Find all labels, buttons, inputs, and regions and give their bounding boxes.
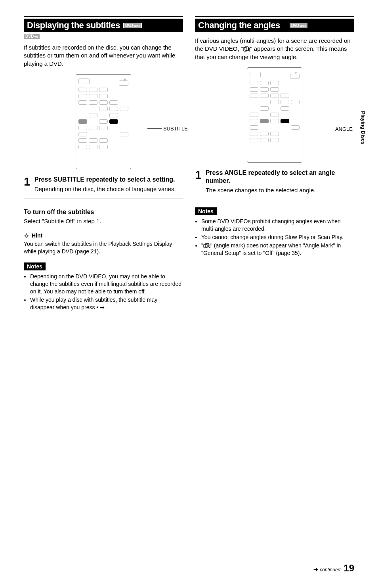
step-number: 1 [24, 176, 31, 188]
angle-callout: ANGLE [319, 126, 353, 132]
svg-line-2 [25, 234, 25, 235]
remote-diagram-subtitle: | / ⏻ SUBTITLE [24, 74, 183, 169]
second-tag-row: DVDVR [24, 34, 183, 39]
notes-badge-right: Notes [195, 207, 217, 215]
svg-rect-6 [26, 237, 27, 238]
note-item: You cannot change angles during Slow Pla… [201, 234, 354, 241]
notes-badge-left: Notes [24, 262, 46, 270]
step-body: Depending on the disc, the choice of lan… [34, 185, 176, 193]
hint-body: You can switch the subtitles in the Play… [24, 240, 183, 255]
angle-mark-icon [203, 242, 210, 250]
sidebar-section-label: Playing Discs [360, 111, 366, 145]
hint-label: Hint [32, 232, 42, 239]
left-column: Displaying the subtitles DVDVideo DVDVR … [24, 16, 183, 312]
note-item: " " (angle mark) does not appear when "A… [201, 242, 354, 257]
dvd-video-tag: DVDVideo [290, 23, 307, 28]
hint-row: Hint [24, 232, 183, 239]
subtitle-callout: SUBTITLE [147, 126, 188, 132]
remote-outline: | / ⏻ [247, 67, 302, 163]
step-1-right: 1 Press ANGLE repeatedly to select an an… [195, 169, 354, 194]
section-divider [24, 16, 183, 17]
section-title-text: Displaying the subtitles [27, 20, 120, 31]
footer: ➜ continued 19 [313, 563, 354, 574]
section-title-subtitles: Displaying the subtitles DVDVideo [24, 19, 183, 32]
intro-paragraph: If subtitles are recorded on the disc, y… [24, 44, 183, 68]
svg-line-3 [28, 234, 28, 235]
note-item: While you play a disc with subtitles, th… [30, 296, 183, 311]
continued-arrow-icon: ➜ [313, 566, 318, 573]
step-title: Press ANGLE repeatedly to select an angl… [206, 169, 354, 185]
continued-text: continued [320, 567, 340, 573]
notes-list-left: Depending on the DVD VIDEO, you may not … [24, 273, 183, 311]
dvd-video-tag: DVDVideo [124, 23, 141, 28]
remote-diagram-angle: | / ⏻ ANGLE [195, 67, 354, 163]
note-item: Some DVD VIDEOs prohibit changing angles… [201, 218, 354, 233]
svg-point-0 [25, 235, 28, 237]
page-number: 19 [344, 563, 354, 574]
step-number: 1 [195, 169, 202, 181]
bulb-icon [24, 233, 29, 238]
right-column: Changing the angles DVDVideo If various … [195, 16, 354, 312]
subheading-body: Select "Subtitle Off" in step 1. [24, 217, 183, 225]
notes-list-right: Some DVD VIDEOs prohibit changing angles… [195, 218, 354, 257]
step-separator [195, 200, 354, 200]
intro-paragraph-angles: If various angles (multi-angles) for a s… [195, 37, 354, 61]
angle-mark-icon [243, 46, 250, 53]
step-title: Press SUBTITLE repeatedly to select a se… [34, 176, 176, 184]
step-1-left: 1 Press SUBTITLE repeatedly to select a … [24, 176, 183, 193]
subtitle-button [78, 119, 87, 124]
subheading-turn-off: To turn off the subtitles [24, 209, 183, 216]
step-body: The scene changes to the selected angle. [206, 186, 354, 194]
remote-outline: | / ⏻ [76, 74, 131, 169]
section-divider [195, 16, 354, 17]
section-title-text: Changing the angles [198, 20, 280, 31]
angle-button [260, 119, 269, 123]
note-item: Depending on the DVD VIDEO, you may not … [30, 273, 183, 295]
step-separator [24, 199, 183, 199]
dvd-vr-tag: DVDVR [24, 34, 40, 39]
section-title-angles: Changing the angles DVDVideo [195, 19, 354, 32]
